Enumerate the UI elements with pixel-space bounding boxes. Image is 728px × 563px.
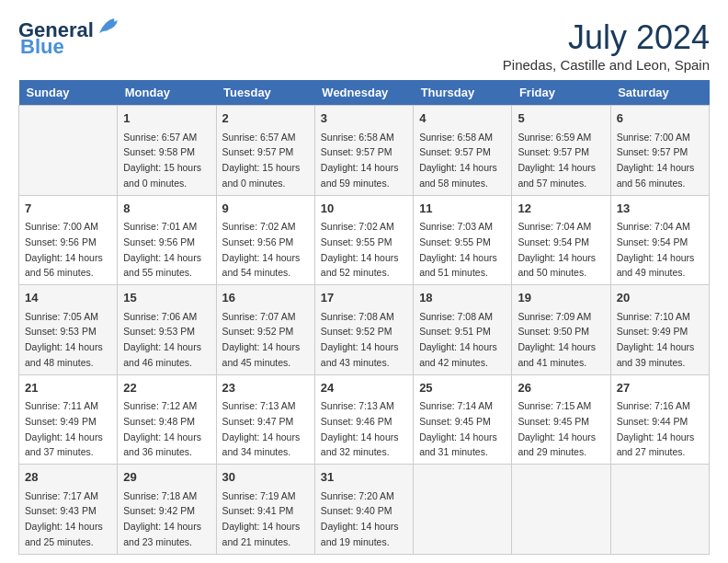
cell-info-line: Sunrise: 6:58 AM — [321, 132, 394, 143]
day-number: 6 — [617, 109, 703, 128]
cell-info-line: Daylight: 14 hours — [25, 341, 103, 352]
cell-info-line: and 54 minutes. — [222, 267, 291, 278]
cell-info-line: Sunrise: 6:57 AM — [222, 132, 296, 143]
day-number: 29 — [123, 468, 210, 487]
cell-info-line: Sunrise: 7:13 AM — [222, 400, 296, 411]
day-number: 3 — [321, 109, 407, 128]
cell-info-line: Daylight: 14 hours — [321, 521, 399, 532]
cell-info-line: Sunset: 9:58 PM — [123, 146, 195, 157]
cell-info-line: Sunset: 9:50 PM — [518, 326, 589, 337]
day-number: 5 — [518, 109, 604, 128]
calendar-week-2: 14Sunrise: 7:05 AMSunset: 9:53 PMDayligh… — [19, 285, 710, 375]
calendar-cell: 24Sunrise: 7:13 AMSunset: 9:46 PMDayligh… — [314, 374, 413, 465]
day-number: 9 — [222, 200, 309, 218]
weekday-header-monday: Monday — [118, 80, 216, 106]
cell-info-line: Daylight: 14 hours — [518, 252, 596, 263]
cell-info-line: Sunset: 9:56 PM — [123, 236, 195, 247]
weekday-header-friday: Friday — [512, 80, 610, 106]
cell-info-line: Sunset: 9:57 PM — [222, 146, 294, 157]
cell-info-line: Sunset: 9:53 PM — [25, 326, 97, 337]
cell-info-line: and 52 minutes. — [321, 267, 390, 278]
calendar-cell: 19Sunrise: 7:09 AMSunset: 9:50 PMDayligh… — [512, 285, 610, 375]
cell-info-line: and 43 minutes. — [321, 357, 390, 368]
cell-info-line: Sunset: 9:52 PM — [321, 326, 392, 337]
cell-info-line: Sunset: 9:47 PM — [222, 416, 294, 427]
cell-info-line: Sunrise: 7:12 AM — [123, 400, 197, 411]
cell-info-line: Daylight: 14 hours — [123, 521, 201, 532]
calendar-week-0: 1Sunrise: 6:57 AMSunset: 9:58 PMDaylight… — [19, 106, 710, 196]
day-number: 10 — [321, 200, 407, 218]
cell-info-line: Daylight: 14 hours — [617, 431, 695, 442]
calendar-cell — [414, 465, 512, 555]
calendar-cell: 31Sunrise: 7:20 AMSunset: 9:40 PMDayligh… — [314, 465, 413, 555]
cell-info-line: Sunrise: 7:08 AM — [419, 311, 493, 322]
cell-info-line: and 41 minutes. — [518, 357, 586, 368]
cell-info-line: and 34 minutes. — [222, 446, 291, 457]
day-number: 28 — [25, 468, 111, 487]
calendar-cell: 12Sunrise: 7:04 AMSunset: 9:54 PMDayligh… — [512, 195, 610, 285]
cell-info-line: and 27 minutes. — [617, 446, 686, 457]
cell-info-line: Sunrise: 7:04 AM — [518, 221, 591, 232]
cell-info-line: and 29 minutes. — [518, 446, 586, 457]
calendar-cell: 9Sunrise: 7:02 AMSunset: 9:56 PMDaylight… — [216, 195, 314, 285]
location: Pinedas, Castille and Leon, Spain — [503, 57, 710, 73]
day-number: 11 — [419, 200, 506, 218]
calendar-cell: 11Sunrise: 7:03 AMSunset: 9:55 PMDayligh… — [414, 195, 512, 285]
cell-info-line: Sunrise: 6:59 AM — [518, 132, 591, 143]
cell-info-line: Sunset: 9:46 PM — [321, 416, 392, 427]
cell-info-line: Sunrise: 7:14 AM — [419, 400, 493, 411]
day-number: 13 — [617, 200, 703, 218]
calendar-week-3: 21Sunrise: 7:11 AMSunset: 9:49 PMDayligh… — [19, 374, 710, 465]
cell-info-line: and 31 minutes. — [419, 446, 488, 457]
day-number: 16 — [222, 289, 309, 307]
day-number: 4 — [419, 109, 506, 128]
calendar-cell: 13Sunrise: 7:04 AMSunset: 9:54 PMDayligh… — [610, 195, 709, 285]
cell-info-line: Sunrise: 7:10 AM — [617, 311, 690, 322]
cell-info-line: Daylight: 15 hours — [222, 162, 301, 173]
day-number: 30 — [222, 468, 309, 487]
cell-info-line: and 25 minutes. — [25, 536, 94, 547]
cell-info-line: Sunrise: 7:18 AM — [123, 490, 197, 501]
cell-info-line: Sunrise: 6:58 AM — [419, 132, 493, 143]
cell-info-line: Daylight: 14 hours — [419, 341, 497, 352]
cell-info-line: and 48 minutes. — [25, 357, 94, 368]
day-number: 19 — [518, 289, 604, 307]
cell-info-line: Sunset: 9:55 PM — [321, 236, 392, 247]
calendar-cell: 6Sunrise: 7:00 AMSunset: 9:57 PMDaylight… — [610, 106, 709, 196]
cell-info-line: Sunset: 9:52 PM — [222, 326, 294, 337]
cell-info-line: Daylight: 14 hours — [222, 341, 301, 352]
cell-info-line: Sunrise: 7:02 AM — [222, 221, 296, 232]
calendar-cell: 7Sunrise: 7:00 AMSunset: 9:56 PMDaylight… — [19, 195, 118, 285]
cell-info-line: Sunset: 9:56 PM — [222, 236, 294, 247]
cell-info-line: and 55 minutes. — [123, 267, 192, 278]
calendar-cell: 21Sunrise: 7:11 AMSunset: 9:49 PMDayligh… — [19, 374, 118, 465]
cell-info-line: Daylight: 14 hours — [617, 162, 695, 173]
cell-info-line: Daylight: 14 hours — [518, 162, 596, 173]
calendar-cell: 27Sunrise: 7:16 AMSunset: 9:44 PMDayligh… — [610, 374, 709, 465]
month-year: July 2024 — [503, 18, 710, 57]
cell-info-line: Daylight: 14 hours — [321, 431, 399, 442]
day-number: 14 — [25, 289, 111, 307]
cell-info-line: and 0 minutes. — [222, 178, 286, 189]
calendar-cell: 16Sunrise: 7:07 AMSunset: 9:52 PMDayligh… — [216, 285, 314, 375]
cell-info-line: and 46 minutes. — [123, 357, 192, 368]
cell-info-line: Sunrise: 7:16 AM — [617, 400, 690, 411]
cell-info-line: and 39 minutes. — [617, 357, 686, 368]
day-number: 12 — [518, 200, 604, 218]
logo-bird-icon — [96, 17, 121, 37]
day-number: 25 — [419, 379, 506, 397]
cell-info-line: Sunrise: 7:06 AM — [123, 311, 197, 322]
day-number: 17 — [321, 289, 407, 307]
cell-info-line: and 19 minutes. — [321, 536, 390, 547]
cell-info-line: Sunset: 9:56 PM — [25, 236, 97, 247]
logo: General Blue — [18, 18, 121, 59]
weekday-header-saturday: Saturday — [610, 80, 709, 106]
calendar-cell: 25Sunrise: 7:14 AMSunset: 9:45 PMDayligh… — [414, 374, 512, 465]
day-number: 31 — [321, 468, 407, 487]
weekday-header-sunday: Sunday — [19, 80, 118, 106]
cell-info-line: Daylight: 14 hours — [617, 341, 695, 352]
cell-info-line: Sunset: 9:48 PM — [123, 416, 195, 427]
calendar-cell: 8Sunrise: 7:01 AMSunset: 9:56 PMDaylight… — [118, 195, 216, 285]
day-number: 24 — [321, 379, 407, 397]
calendar-cell: 3Sunrise: 6:58 AMSunset: 9:57 PMDaylight… — [314, 106, 413, 196]
